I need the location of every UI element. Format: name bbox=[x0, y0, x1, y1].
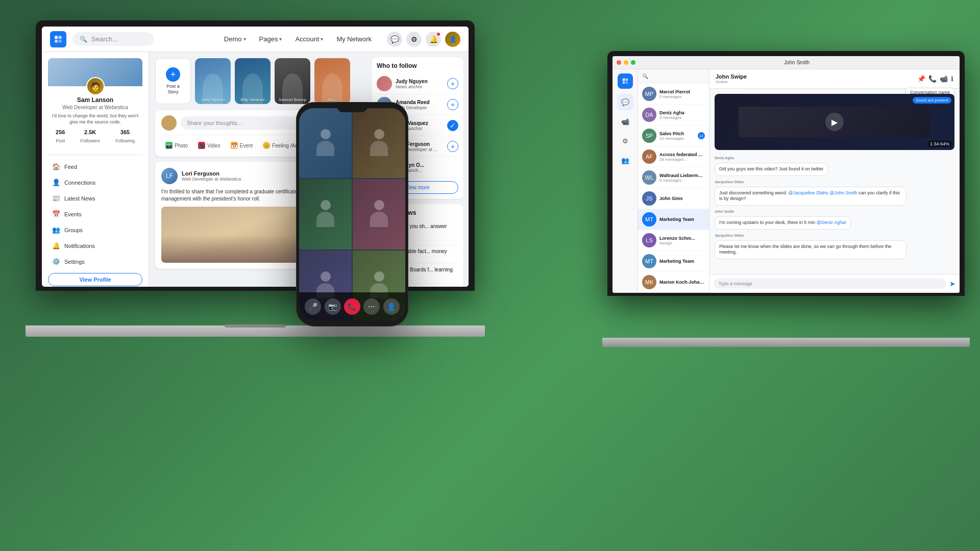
conv-avatar-marcel: MP bbox=[642, 87, 656, 101]
chat-main-area: John Swipe Online 📌 📞 📹 ℹ Conversation n… bbox=[709, 69, 960, 293]
conv-item-lorenzo[interactable]: LS Lorenzo Schm... Design bbox=[638, 230, 709, 251]
nav-account[interactable]: Account ▾ bbox=[290, 32, 328, 46]
follow-btn-amanda[interactable]: + bbox=[447, 99, 458, 110]
video-timer: 1:34·64% bbox=[928, 141, 951, 147]
video-tile-2 bbox=[353, 108, 405, 178]
chat-contacts-nav[interactable]: 👥 bbox=[617, 152, 633, 168]
svg-rect-3 bbox=[59, 39, 62, 42]
social-laptop: 🔍 Search... Demo ▾ Pages ▾ Account ▾ bbox=[26, 20, 485, 337]
event-icon: 📅 bbox=[231, 142, 238, 149]
conv-item-deniz[interactable]: DA Deniz Agha 3 messages bbox=[638, 105, 709, 126]
photo-action-btn[interactable]: 📷 Photo bbox=[161, 139, 192, 152]
camera-button[interactable]: 📷 bbox=[325, 298, 341, 315]
photo-label: Photo bbox=[175, 143, 188, 148]
stat-followers: 2.5K Followers bbox=[80, 129, 100, 144]
conv-item-marion[interactable]: MK Marion Koch-Johansen bbox=[638, 272, 709, 293]
send-message-icon[interactable]: ➤ bbox=[949, 280, 955, 288]
more-options-button[interactable]: ⋯ bbox=[363, 298, 380, 315]
phone-call-icon[interactable]: 📞 bbox=[928, 75, 937, 83]
chat-search[interactable]: 🔍 bbox=[638, 69, 709, 84]
svg-rect-0 bbox=[55, 36, 58, 39]
chat-header: John Swipe Online 📌 📞 📹 ℹ bbox=[709, 69, 960, 89]
svg-rect-7 bbox=[625, 82, 628, 84]
conv-info-lorenzo: Lorenzo Schm... Design bbox=[659, 236, 705, 245]
chat-settings-nav[interactable]: ⚙ bbox=[617, 133, 633, 149]
user-avatar[interactable]: 👤 bbox=[445, 32, 460, 47]
messages-icon-btn[interactable]: 💬 bbox=[387, 32, 402, 47]
profile-stats: 256 Post 2.5K Followers 365 Following bbox=[48, 129, 142, 144]
mute-button[interactable]: 🎤 bbox=[305, 298, 321, 315]
follow-btn-lori[interactable]: + bbox=[447, 141, 458, 152]
follow-btn-judy[interactable]: + bbox=[447, 78, 458, 89]
mention-john: @John Smith bbox=[829, 190, 857, 195]
video-play-btn[interactable]: ▶ bbox=[825, 113, 844, 131]
event-action-btn[interactable]: 📅 Event bbox=[227, 139, 257, 152]
conv-item-marketing[interactable]: MT Marketing Team bbox=[638, 209, 709, 230]
conv-name-marcel: Marcel Pierrot bbox=[659, 89, 705, 94]
sidebar-item-groups[interactable]: 👥 Groups bbox=[48, 222, 142, 237]
sidebar-item-feed[interactable]: 🏠 Feed bbox=[48, 159, 142, 174]
conv-item-federated[interactable]: AF Across federated back... 26 messages.… bbox=[638, 146, 709, 167]
chat-input[interactable]: Type a message bbox=[714, 279, 946, 289]
maximize-window-btn[interactable] bbox=[631, 60, 635, 65]
sidebar-item-feed-label: Feed bbox=[64, 164, 77, 170]
conv-avatar-lorenzo: LS bbox=[642, 233, 656, 247]
chat-messages-nav[interactable]: 💬 bbox=[617, 94, 633, 110]
conv-name-marketing: Marketing Team bbox=[659, 217, 705, 222]
conv-preview-deniz: 3 messages bbox=[659, 115, 705, 120]
feeling-icon: 😊 bbox=[263, 142, 270, 149]
sidebar-nav: 🏠 Feed 👤 Connections 📰 Latest News bbox=[48, 159, 142, 269]
conv-item-waltraud[interactable]: WL Waltraud Liebermann 5 messages bbox=[638, 167, 709, 188]
sidebar-item-events[interactable]: 📅 Events bbox=[48, 207, 142, 221]
guest-badge: Guest are present bbox=[913, 97, 951, 104]
sidebar-item-groups-label: Groups bbox=[64, 227, 83, 233]
video-action-btn[interactable]: 🎥 Video bbox=[194, 139, 224, 152]
conv-name-john-sims: John Sims bbox=[659, 196, 705, 201]
story-samuel-name: Samuel Bishop bbox=[275, 97, 310, 102]
notifications-icon-btn[interactable]: 🔔 bbox=[426, 32, 441, 47]
chat-video-nav[interactable]: 📹 bbox=[617, 113, 633, 130]
nav-demo[interactable]: Demo ▾ bbox=[219, 32, 251, 46]
pin-chat-icon[interactable]: 📌 bbox=[917, 75, 925, 83]
chat-header-info: John Swipe Online bbox=[716, 73, 747, 84]
stat-post-label: Post bbox=[56, 138, 65, 143]
info-icon[interactable]: ℹ bbox=[951, 75, 953, 83]
follow-btn-billy[interactable]: ✓ bbox=[447, 120, 458, 131]
groups-icon: 👥 bbox=[52, 226, 60, 234]
story-extra[interactable]: Joa... bbox=[314, 58, 350, 104]
conv-item-marcel[interactable]: MP Marcel Pierrot 5 messages bbox=[638, 84, 709, 105]
nav-network[interactable]: My Network bbox=[331, 32, 377, 46]
minimize-window-btn[interactable] bbox=[624, 60, 628, 65]
view-profile-button[interactable]: View Profile bbox=[48, 273, 142, 286]
phone-notch bbox=[337, 102, 368, 112]
conv-item-marketing2[interactable]: MT Marketing Team bbox=[638, 251, 709, 272]
story-judy[interactable]: Judy Nguyen bbox=[195, 58, 231, 104]
story-samuel[interactable]: Samuel Bishop bbox=[275, 58, 310, 104]
window-chrome: John Smith bbox=[612, 56, 960, 69]
settings-icon-btn[interactable]: ⚙ bbox=[406, 32, 422, 47]
story-billy[interactable]: Billy Vasquez bbox=[235, 58, 271, 104]
conv-info-marketing: Marketing Team bbox=[659, 217, 705, 222]
sidebar-item-latestnews[interactable]: 📰 Latest News bbox=[48, 191, 142, 206]
sender-jacqueline: Jacqueline Dlaho bbox=[715, 180, 954, 184]
close-window-btn[interactable] bbox=[617, 60, 621, 65]
video-call-icon[interactable]: 📹 bbox=[940, 75, 948, 83]
search-bar[interactable]: 🔍 Search... bbox=[72, 32, 154, 46]
conv-info-john-sims: John Sims bbox=[659, 196, 705, 201]
stat-post-num: 256 bbox=[56, 129, 65, 135]
conv-info-marketing2: Marketing Team bbox=[659, 259, 705, 264]
end-call-button[interactable]: 📞 bbox=[344, 298, 360, 315]
sidebar-item-settings[interactable]: ⚙️ Settings bbox=[48, 254, 142, 269]
follow-name-judy: Judy Nguyen bbox=[396, 79, 444, 84]
conv-item-sales[interactable]: SP Sales Pitch 12 messages 12 bbox=[638, 126, 709, 146]
add-participant-button[interactable]: 👤 bbox=[383, 298, 400, 315]
add-story-card[interactable]: + Post aStory bbox=[155, 58, 191, 104]
sidebar-item-notifications[interactable]: 🔔 Notifications bbox=[48, 238, 142, 253]
conv-item-john-sims[interactable]: JS John Sims bbox=[638, 188, 709, 209]
header-nav: Demo ▾ Pages ▾ Account ▾ My Network bbox=[219, 32, 377, 46]
nav-pages[interactable]: Pages ▾ bbox=[254, 32, 287, 46]
sidebar-item-connections[interactable]: 👤 Connections bbox=[48, 175, 142, 190]
video-call-grid bbox=[299, 108, 405, 320]
app-logo-icon bbox=[50, 31, 66, 47]
conv-name-marion: Marion Koch-Johansen bbox=[659, 280, 705, 285]
